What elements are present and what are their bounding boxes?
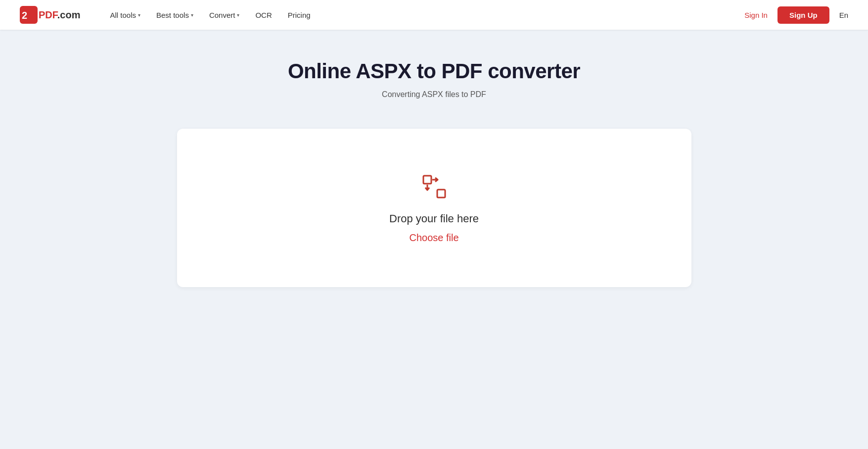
chevron-down-icon: ▾: [138, 12, 140, 18]
logo[interactable]: 2 PDF.com: [20, 6, 80, 24]
sign-in-button[interactable]: Sign In: [744, 11, 768, 19]
logo-text: PDF.com: [39, 9, 80, 21]
svg-rect-3: [437, 190, 445, 198]
svg-rect-2: [423, 176, 431, 184]
nav-ocr[interactable]: OCR: [255, 11, 272, 19]
page-title: Online ASPX to PDF converter: [288, 59, 580, 83]
main-content: Online ASPX to PDF converter Converting …: [0, 30, 868, 449]
language-selector[interactable]: En: [839, 11, 848, 19]
sign-up-button[interactable]: Sign Up: [777, 6, 829, 24]
choose-file-button[interactable]: Choose file: [409, 232, 458, 244]
navbar-nav: All tools ▾ Best tools ▾ Convert ▾ OCR P…: [110, 11, 744, 19]
chevron-down-icon: ▾: [237, 12, 239, 18]
nav-pricing[interactable]: Pricing: [288, 11, 311, 19]
navbar: 2 PDF.com All tools ▾ Best tools ▾ Conve…: [0, 0, 868, 30]
nav-convert[interactable]: Convert ▾: [209, 11, 240, 19]
svg-text:2: 2: [22, 10, 27, 21]
nav-all-tools[interactable]: All tools ▾: [110, 11, 140, 19]
chevron-down-icon: ▾: [191, 12, 193, 18]
drop-text: Drop your file here: [389, 212, 479, 225]
convert-icon: [420, 173, 448, 202]
drop-zone[interactable]: Drop your file here Choose file: [177, 129, 691, 287]
page-subtitle: Converting ASPX files to PDF: [382, 90, 486, 99]
nav-right: Sign In Sign Up En: [744, 6, 848, 24]
nav-best-tools[interactable]: Best tools ▾: [156, 11, 193, 19]
